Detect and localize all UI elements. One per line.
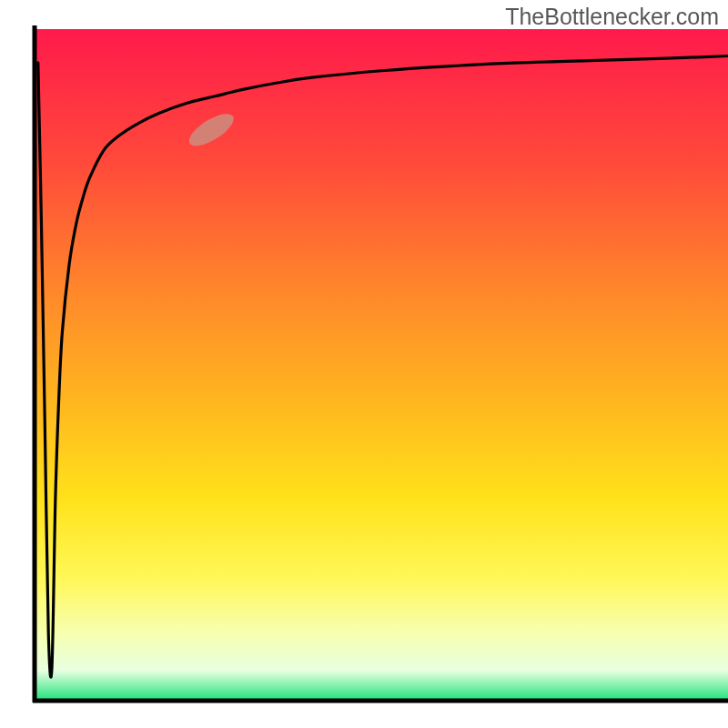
chart-svg: [0, 0, 728, 728]
plot-background: [35, 29, 728, 701]
watermark-text: TheBottlenecker.com: [505, 4, 719, 30]
bottleneck-chart: TheBottlenecker.com: [0, 0, 728, 728]
